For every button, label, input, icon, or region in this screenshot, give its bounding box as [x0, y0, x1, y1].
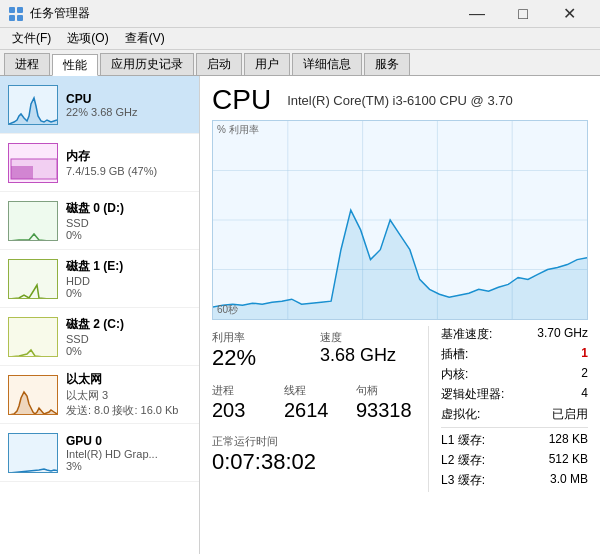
mem-info: 内存 7.4/15.9 GB (47%) [66, 148, 191, 177]
mem-name: 内存 [66, 148, 191, 165]
util-stat: 利用率 22% [212, 326, 320, 375]
process-label: 进程 [212, 383, 284, 398]
tab-users[interactable]: 用户 [244, 53, 290, 75]
menu-options[interactable]: 选项(O) [59, 28, 116, 49]
sidebar-item-cpu[interactable]: CPU 22% 3.68 GHz [0, 76, 199, 134]
virt-value: 已启用 [552, 406, 588, 423]
util-label: 利用率 [212, 330, 320, 345]
uptime-stat: 正常运行时间 0:07:38:02 [212, 430, 428, 479]
sidebar-item-memory[interactable]: 内存 7.4/15.9 GB (47%) [0, 134, 199, 192]
disk2-mini-chart [8, 317, 58, 357]
process-value: 203 [212, 398, 284, 422]
tab-process[interactable]: 进程 [4, 53, 50, 75]
menu-file[interactable]: 文件(F) [4, 28, 59, 49]
sidebar-item-disk1[interactable]: 磁盘 1 (E:) HDD 0% [0, 250, 199, 308]
maximize-button[interactable]: □ [500, 0, 546, 28]
cpu-mini-svg [9, 86, 58, 125]
gpu-mini-chart [8, 433, 58, 473]
cpu-chart: % 利用率 60秒 [212, 120, 588, 320]
svg-rect-3 [17, 15, 23, 21]
disk1-usage: 0% [66, 287, 191, 299]
net-name: 以太网 [66, 371, 191, 388]
mem-mini-chart [8, 143, 58, 183]
l1-value: 128 KB [549, 432, 588, 449]
mem-mini-svg [9, 144, 58, 183]
uptime-value: 0:07:38:02 [212, 449, 428, 475]
tab-app-history[interactable]: 应用历史记录 [100, 53, 194, 75]
gpu-name: GPU 0 [66, 434, 191, 448]
cpu-mini-chart [8, 85, 58, 125]
divider [441, 427, 588, 428]
right-panel: CPU Intel(R) Core(TM) i3-6100 CPU @ 3.70… [200, 76, 600, 554]
title-bar: 任务管理器 — □ ✕ [0, 0, 600, 28]
app-icon [8, 6, 24, 22]
sidebar: CPU 22% 3.68 GHz 内存 7.4/15.9 GB (47%) [0, 76, 200, 554]
net-traffic: 发送: 8.0 接收: 16.0 Kb [66, 403, 191, 418]
sidebar-item-disk2[interactable]: 磁盘 2 (C:) SSD 0% [0, 308, 199, 366]
uptime-label: 正常运行时间 [212, 434, 428, 449]
disk0-usage: 0% [66, 229, 191, 241]
svg-marker-4 [9, 98, 58, 125]
minimize-button[interactable]: — [454, 0, 500, 28]
cpu-name: CPU [66, 92, 191, 106]
socket-label: 插槽: [441, 346, 468, 363]
disk1-info: 磁盘 1 (E:) HDD 0% [66, 258, 191, 299]
svg-rect-0 [9, 7, 15, 13]
svg-rect-1 [17, 7, 23, 13]
logical-label: 逻辑处理器: [441, 386, 504, 403]
handle-value: 93318 [356, 398, 428, 422]
main-content: CPU 22% 3.68 GHz 内存 7.4/15.9 GB (47%) [0, 76, 600, 554]
detail-title: CPU [212, 84, 271, 116]
close-button[interactable]: ✕ [546, 0, 592, 28]
logical-value: 4 [581, 386, 588, 403]
sidebar-item-disk0[interactable]: 磁盘 0 (D:) SSD 0% [0, 192, 199, 250]
title-bar-left: 任务管理器 [8, 5, 90, 22]
svg-rect-2 [9, 15, 15, 21]
gpu-usage: 3% [66, 460, 191, 472]
tab-startup[interactable]: 启动 [196, 53, 242, 75]
disk2-mini-svg [9, 318, 58, 357]
disk1-mini-svg [9, 260, 58, 299]
tab-details[interactable]: 详细信息 [292, 53, 362, 75]
sidebar-item-network[interactable]: 以太网 以太网 3 发送: 8.0 接收: 16.0 Kb [0, 366, 199, 424]
gpu-mini-svg [9, 434, 58, 473]
tab-bar: 进程 性能 应用历史记录 启动 用户 详细信息 服务 [0, 50, 600, 76]
title-bar-controls: — □ ✕ [454, 0, 592, 28]
disk0-name: 磁盘 0 (D:) [66, 200, 191, 217]
util-value: 22% [212, 345, 320, 371]
speed-label: 速度 [320, 330, 428, 345]
net-iface: 以太网 3 [66, 388, 191, 403]
l2-label: L2 缓存: [441, 452, 485, 469]
menu-bar: 文件(F) 选项(O) 查看(V) [0, 28, 600, 50]
disk1-type: HDD [66, 275, 191, 287]
chart-y-label: % 利用率 [217, 123, 259, 137]
cpu-chart-svg [213, 121, 587, 319]
disk2-info: 磁盘 2 (C:) SSD 0% [66, 316, 191, 357]
virt-label: 虚拟化: [441, 406, 480, 423]
chart-x-label: 60秒 [217, 303, 238, 317]
thread-value: 2614 [284, 398, 356, 422]
l1-label: L1 缓存: [441, 432, 485, 449]
net-mini-chart [8, 375, 58, 415]
thread-stat: 线程 2614 [284, 379, 356, 426]
sidebar-item-gpu[interactable]: GPU 0 Intel(R) HD Grap... 3% [0, 424, 199, 482]
detail-header: CPU Intel(R) Core(TM) i3-6100 CPU @ 3.70 [212, 84, 588, 116]
disk1-mini-chart [8, 259, 58, 299]
core-value: 2 [581, 366, 588, 383]
socket-value: 1 [581, 346, 588, 363]
net-mini-svg [9, 376, 58, 415]
detail-subtitle: Intel(R) Core(TM) i3-6100 CPU @ 3.70 [287, 93, 513, 108]
disk0-mini-chart [8, 201, 58, 241]
tab-services[interactable]: 服务 [364, 53, 410, 75]
gpu-model: Intel(R) HD Grap... [66, 448, 191, 460]
disk2-name: 磁盘 2 (C:) [66, 316, 191, 333]
tab-performance[interactable]: 性能 [52, 54, 98, 76]
speed-stat: 速度 3.68 GHz [320, 326, 428, 375]
l2-value: 512 KB [549, 452, 588, 469]
disk2-type: SSD [66, 333, 191, 345]
cpu-detail: 22% 3.68 GHz [66, 106, 191, 118]
window-title: 任务管理器 [30, 5, 90, 22]
process-stat: 进程 203 [212, 379, 284, 426]
core-label: 内核: [441, 366, 468, 383]
menu-view[interactable]: 查看(V) [117, 28, 173, 49]
